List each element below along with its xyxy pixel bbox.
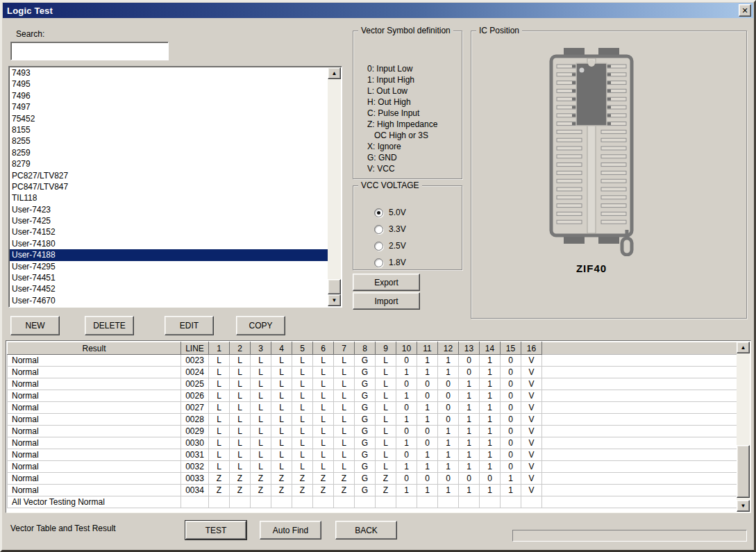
list-item[interactable]: PC847/LTV847 bbox=[10, 181, 328, 192]
vcc-radio-option[interactable]: 3.3V bbox=[374, 221, 406, 237]
table-cell: L bbox=[230, 367, 251, 378]
table-cell bbox=[417, 496, 438, 508]
column-header: 13 bbox=[459, 342, 480, 355]
list-item[interactable]: 8255 bbox=[10, 135, 328, 147]
table-cell: Z bbox=[230, 485, 251, 496]
list-item[interactable]: 75452 bbox=[10, 113, 328, 124]
table-cell: 1 bbox=[396, 390, 417, 402]
radio-button-icon[interactable] bbox=[374, 258, 383, 267]
search-input[interactable] bbox=[10, 42, 169, 60]
table-cell: Z bbox=[292, 473, 313, 485]
table-row[interactable]: Normal0031LLLLLLLGL011110V bbox=[8, 449, 737, 461]
table-row[interactable]: Normal0029LLLLLLLGL001110V bbox=[8, 426, 737, 437]
scroll-up-button[interactable]: ▲ bbox=[328, 67, 341, 79]
table-row[interactable]: Normal0034ZZZZZZZGZ111111V bbox=[8, 485, 737, 496]
list-item[interactable]: 8155 bbox=[10, 124, 328, 135]
delete-button[interactable]: DELETE bbox=[85, 316, 134, 335]
list-item[interactable]: 7497 bbox=[10, 101, 328, 112]
table-cell: Z bbox=[251, 473, 271, 485]
import-button[interactable]: Import bbox=[353, 292, 420, 310]
export-button[interactable]: Export bbox=[353, 274, 420, 291]
list-item[interactable]: User-74188 bbox=[10, 249, 328, 260]
auto-find-button[interactable]: Auto Find bbox=[260, 521, 321, 540]
table-cell: V bbox=[521, 367, 542, 378]
list-item[interactable]: User-74451 bbox=[10, 272, 328, 283]
table-cell: 1 bbox=[480, 355, 501, 367]
list-item[interactable]: User-74295 bbox=[10, 261, 328, 272]
table-scroll-thumb[interactable] bbox=[737, 445, 750, 498]
list-item[interactable]: TIL118 bbox=[10, 192, 328, 203]
table-scroll-down-button[interactable]: ▼ bbox=[737, 500, 750, 512]
list-item[interactable]: PC827/LTV827 bbox=[10, 170, 328, 181]
list-item[interactable]: User-7423 bbox=[10, 204, 328, 215]
table-cell: L bbox=[271, 414, 292, 426]
edit-button[interactable]: EDIT bbox=[165, 316, 214, 335]
device-list: 7493749574967497754528155825582598279PC8… bbox=[10, 67, 328, 306]
vcc-radio-option[interactable]: 5.0V bbox=[374, 204, 406, 221]
status-label: Vector Table and Test Result bbox=[10, 524, 116, 533]
column-header: LINE bbox=[181, 342, 209, 355]
table-row[interactable]: Normal0028LLLLLLLGL110110V bbox=[8, 414, 737, 426]
scroll-track[interactable] bbox=[328, 79, 341, 294]
list-item[interactable]: 7495 bbox=[10, 78, 328, 90]
list-item[interactable]: User-74152 bbox=[10, 226, 328, 237]
list-item[interactable]: User-74452 bbox=[10, 283, 328, 294]
table-cell: L bbox=[271, 437, 292, 449]
back-button[interactable]: BACK bbox=[335, 521, 397, 540]
table-cell: L bbox=[251, 378, 271, 390]
new-button[interactable]: NEW bbox=[10, 316, 60, 335]
column-header: 8 bbox=[355, 342, 376, 355]
table-cell: G bbox=[355, 437, 376, 449]
table-cell bbox=[542, 473, 737, 485]
table-row[interactable]: Normal0030LLLLLLLGL101110V bbox=[8, 437, 737, 449]
vcc-radio-option[interactable]: 1.8V bbox=[374, 254, 406, 271]
symbol-definition-line: H: Out High bbox=[367, 97, 459, 108]
table-cell bbox=[542, 355, 737, 367]
list-item[interactable]: User-74180 bbox=[10, 238, 328, 249]
copy-button-label: COPY bbox=[249, 321, 272, 331]
list-item[interactable]: 7496 bbox=[10, 90, 328, 101]
column-header: 2 bbox=[230, 342, 251, 355]
table-scroll-track[interactable] bbox=[737, 353, 750, 500]
radio-button-icon[interactable] bbox=[374, 208, 383, 217]
list-item[interactable]: User-7425 bbox=[10, 215, 328, 226]
table-cell bbox=[542, 367, 737, 378]
test-button[interactable]: TEST bbox=[185, 521, 246, 540]
table-cell: V bbox=[521, 426, 542, 437]
table-cell: L bbox=[230, 402, 251, 414]
device-list-scrollbar[interactable]: ▲ ▼ bbox=[328, 67, 341, 306]
table-scrollbar[interactable]: ▲ ▼ bbox=[737, 342, 750, 512]
table-cell: 1 bbox=[417, 367, 438, 378]
list-item[interactable]: 7493 bbox=[10, 67, 328, 78]
table-cell: L bbox=[271, 390, 292, 402]
radio-button-icon[interactable] bbox=[374, 242, 383, 251]
device-listbox[interactable]: 7493749574967497754528155825582598279PC8… bbox=[8, 66, 342, 308]
scroll-down-button[interactable]: ▼ bbox=[328, 294, 341, 306]
table-row[interactable]: Normal0025LLLLLLLGL000110V bbox=[8, 378, 737, 390]
radio-button-icon[interactable] bbox=[374, 225, 383, 234]
column-header: 11 bbox=[417, 342, 438, 355]
list-item[interactable]: 8279 bbox=[10, 158, 328, 169]
table-cell bbox=[480, 496, 501, 508]
table-cell: L bbox=[230, 426, 251, 437]
table-scroll-up-button[interactable]: ▲ bbox=[737, 342, 750, 353]
titlebar[interactable]: Logic Test ✕ bbox=[3, 3, 753, 18]
table-row[interactable]: Normal0024LLLLLLLGL111010V bbox=[8, 367, 737, 378]
import-button-label: Import bbox=[374, 296, 398, 306]
list-item[interactable]: User-74670 bbox=[10, 295, 328, 306]
symbol-definition-line: C: Pulse Input bbox=[367, 108, 459, 119]
table-row[interactable]: Normal0023LLLLLLLGL011010V bbox=[8, 355, 737, 367]
table-cell: 1 bbox=[396, 461, 417, 473]
table-row[interactable]: Normal0027LLLLLLLGL010110V bbox=[8, 402, 737, 414]
copy-button[interactable]: COPY bbox=[236, 316, 285, 335]
table-cell: L bbox=[313, 461, 334, 473]
table-row[interactable]: Normal0026LLLLLLLGL100110V bbox=[8, 390, 737, 402]
table-row[interactable]: Normal0033ZZZZZZZGZ000001V bbox=[8, 473, 737, 485]
vcc-radio-option[interactable]: 2.5V bbox=[374, 237, 406, 254]
table-row[interactable]: Normal0032LLLLLLLGL111110V bbox=[8, 461, 737, 473]
table-cell: 0 bbox=[459, 355, 480, 367]
scroll-thumb[interactable] bbox=[328, 279, 341, 294]
table-cell: V bbox=[521, 402, 542, 414]
close-button[interactable]: ✕ bbox=[739, 4, 751, 17]
list-item[interactable]: 8259 bbox=[10, 147, 328, 158]
